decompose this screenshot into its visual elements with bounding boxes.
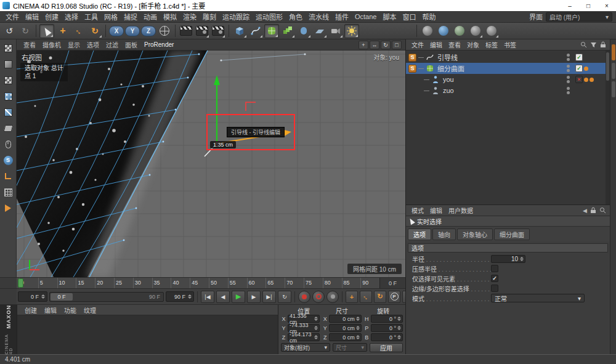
add-floor-button[interactable]	[312, 24, 327, 38]
add-light-button[interactable]	[344, 24, 359, 38]
vp-menu-prorender[interactable]: ProRender	[141, 41, 177, 48]
tab-axis[interactable]: 轴向	[432, 229, 456, 240]
record-parameter-toggle[interactable]: P	[388, 291, 400, 303]
move-tool-button[interactable]: +	[55, 24, 70, 38]
tab-options[interactable]: 选项	[408, 229, 431, 240]
om-menu-view[interactable]: 查看	[445, 40, 464, 49]
options-section-header[interactable]: 选项	[408, 243, 608, 253]
render-view-button[interactable]	[179, 24, 193, 38]
lock-x-axis-button[interactable]: X	[109, 26, 124, 36]
record-rotation-toggle[interactable]: ↻	[374, 291, 386, 303]
visibility-dots[interactable]	[567, 65, 570, 72]
s-tag-icon[interactable]: S	[408, 54, 416, 62]
end-frame-field[interactable]: 90 F	[166, 291, 194, 302]
vp-menu-view[interactable]: 查看	[20, 40, 39, 49]
spinner-icon[interactable]	[356, 326, 360, 330]
s-tag-icon[interactable]: S	[408, 65, 416, 73]
workplane-button[interactable]	[1, 185, 15, 199]
autokey-button[interactable]	[312, 291, 325, 303]
object-name[interactable]: zuo	[442, 87, 455, 94]
mm-menu-edit[interactable]: 编辑	[41, 305, 60, 315]
size-x-field[interactable]: 0 cm	[329, 315, 361, 323]
timeline-ruler[interactable]: 0 5 10 15 20 25 30 35 40 45 50 55 60 65	[17, 278, 405, 288]
add-camera-button[interactable]	[328, 24, 343, 38]
visibility-dots[interactable]	[567, 87, 570, 94]
mm-menu-function[interactable]: 功能	[60, 305, 80, 315]
render-settings-button[interactable]	[211, 24, 225, 38]
enable-check-tag-icon[interactable]: ✓	[575, 65, 583, 72]
object-row-zuo[interactable]: zuo	[406, 85, 610, 96]
object-name[interactable]: 引导线	[436, 52, 459, 62]
point-mode-button[interactable]	[1, 89, 15, 103]
disable-cross-tag-icon[interactable]: ×	[575, 76, 583, 83]
menu-select[interactable]: 选择	[62, 12, 81, 22]
menu-script[interactable]: 脚本	[379, 12, 399, 22]
tab-object-axis[interactable]: 对象轴心	[457, 229, 493, 240]
render-picture-viewer-button[interactable]	[195, 24, 209, 38]
play-button[interactable]: ▶	[232, 291, 245, 303]
viewport-rotate-button[interactable]: ↻	[381, 41, 391, 49]
menu-character[interactable]: 角色	[286, 12, 306, 22]
add-capsule-button[interactable]	[296, 24, 311, 38]
side-tab-3[interactable]	[612, 81, 615, 97]
spinner-icon[interactable]	[520, 257, 524, 261]
texture-mode-button[interactable]	[1, 73, 15, 87]
spinner-icon[interactable]	[397, 335, 401, 339]
redo-button[interactable]: ↻	[18, 24, 33, 38]
radius-input[interactable]: 10	[491, 255, 525, 263]
mm-menu-texture[interactable]: 纹理	[80, 305, 100, 315]
keyframe-selection-button[interactable]	[326, 291, 339, 303]
current-frame-field[interactable]: 0 F	[18, 291, 47, 302]
object-tree[interactable]: S 引导线 ✓ S 细分曲面	[406, 51, 610, 204]
vp-menu-options[interactable]: 选项	[84, 40, 102, 49]
rotation-h-field[interactable]: 0 °	[371, 315, 403, 323]
next-frame-button[interactable]: ▶	[247, 291, 261, 303]
live-selection-button[interactable]	[39, 24, 54, 38]
enable-axis-button[interactable]	[1, 169, 15, 183]
history-back-icon[interactable]: ◀	[583, 208, 587, 214]
lock-y-axis-button[interactable]: Y	[125, 26, 140, 36]
menu-render[interactable]: 渲染	[180, 12, 200, 22]
interface-layout-select[interactable]: 启动 (用户) ▾	[546, 12, 612, 22]
am-menu-edit[interactable]: 编辑	[427, 206, 445, 215]
range-slider-handle[interactable]: 0 F	[51, 293, 73, 301]
menu-file[interactable]: 文件	[2, 12, 22, 22]
object-row-you[interactable]: you ×	[406, 74, 610, 85]
undo-button[interactable]: ↺	[2, 24, 17, 38]
menu-motion-tracker[interactable]: 运动跟踪	[219, 12, 253, 22]
menu-window[interactable]: 窗口	[399, 12, 419, 22]
spinner-icon[interactable]	[314, 335, 318, 339]
add-cloner-button[interactable]	[280, 24, 295, 38]
spinner-icon[interactable]	[397, 326, 401, 330]
add-spline-button[interactable]	[248, 24, 263, 38]
mm-menu-create[interactable]: 创建	[21, 305, 41, 315]
enable-check-tag-icon[interactable]: ✓	[575, 54, 583, 61]
lock-icon[interactable]	[590, 207, 596, 214]
menu-simulate[interactable]: 模拟	[160, 12, 180, 22]
material-sphere-button-4[interactable]	[468, 24, 483, 38]
add-cube-button[interactable]	[232, 24, 247, 38]
coord-size-select[interactable]: 尺寸▾	[333, 343, 367, 352]
menu-snap[interactable]: 捕捉	[121, 12, 140, 22]
object-row-subdivision-surface[interactable]: S 细分曲面 ✓	[406, 63, 610, 74]
vp-menu-cameras[interactable]: 摄像机	[39, 40, 64, 49]
search-icon[interactable]	[580, 41, 587, 48]
tolerant-selection-checkbox[interactable]	[491, 285, 498, 292]
material-list-area[interactable]	[17, 315, 278, 354]
previous-frame-button[interactable]: ◀	[216, 291, 230, 303]
material-sphere-button-3[interactable]	[452, 24, 467, 38]
spinner-icon[interactable]	[397, 317, 401, 321]
spinner-icon[interactable]	[314, 326, 318, 330]
generator-dot-icon[interactable]	[584, 67, 588, 71]
size-y-field[interactable]: 0 cm	[329, 324, 361, 332]
edge-mode-button[interactable]	[1, 105, 15, 119]
record-scale-toggle[interactable]: ↔	[360, 291, 372, 303]
timeline-playhead[interactable]	[18, 278, 23, 288]
menu-animate[interactable]: 动画	[140, 12, 160, 22]
apply-button[interactable]: 应用	[370, 343, 403, 352]
spinner-icon[interactable]	[188, 294, 192, 299]
vp-menu-display[interactable]: 显示	[65, 40, 83, 49]
spinner-icon[interactable]	[41, 294, 45, 299]
am-menu-mode[interactable]: 模式	[408, 206, 427, 215]
rotate-tool-button[interactable]: ↻	[87, 24, 102, 38]
